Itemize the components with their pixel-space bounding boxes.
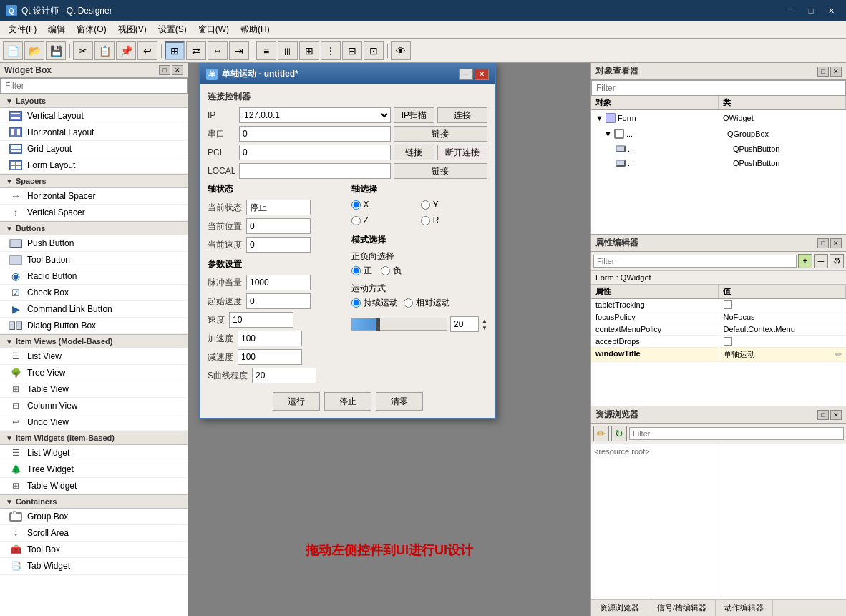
axis-x-radio[interactable]	[351, 200, 361, 210]
widget-item-scroll-area[interactable]: ↕ Scroll Area	[0, 525, 188, 542]
widget-item-check-box[interactable]: ☑ Check Box	[0, 285, 188, 301]
resource-reload-btn[interactable]: ↻	[611, 426, 627, 441]
menu-help[interactable]: 帮助(H)	[235, 22, 276, 37]
start-speed-input[interactable]	[246, 293, 311, 309]
widget-item-column-view[interactable]: ⊟ Column View	[0, 398, 188, 414]
relative-radio[interactable]	[404, 298, 413, 308]
widget-box-close-btn[interactable]: ✕	[172, 65, 183, 75]
widget-item-horizontal-layout[interactable]: Horizontal Layout	[0, 124, 188, 141]
distance-input[interactable]	[450, 316, 479, 332]
preview-button[interactable]: 👁	[391, 41, 411, 60]
prop-minus-btn[interactable]: ─	[814, 254, 828, 268]
menu-window-form[interactable]: 窗体(O)	[71, 22, 112, 37]
prop-row-tablet-tracking[interactable]: tabletTracking	[591, 299, 846, 311]
current-pos-input[interactable]	[246, 218, 311, 234]
prop-config-btn[interactable]: ⚙	[830, 254, 844, 268]
neg-dir-radio[interactable]	[381, 266, 390, 275]
section-item-views[interactable]: ▼ Item Views (Model-Based)	[0, 334, 188, 348]
signal-slot-button[interactable]: ⇄	[186, 41, 206, 60]
layout-form-button[interactable]: ⋮	[321, 41, 341, 60]
layout-vert-button[interactable]: ⫼	[278, 41, 298, 60]
prop-row-window-title[interactable]: windowTitle 单轴运动 ✏	[591, 348, 846, 362]
obj-row-pushbutton1[interactable]: ... QPushButton	[591, 142, 846, 156]
menu-settings[interactable]: 设置(S)	[152, 22, 193, 37]
open-button[interactable]: 📂	[24, 41, 44, 60]
prop-filter-input[interactable]	[593, 255, 797, 268]
resource-browser-float-btn[interactable]: □	[817, 410, 829, 420]
maximize-button[interactable]: □	[802, 4, 820, 18]
widget-edit-button[interactable]: ⊞	[165, 41, 185, 60]
new-button[interactable]: 📄	[3, 41, 23, 60]
continuous-radio[interactable]	[351, 298, 361, 308]
close-button[interactable]: ✕	[822, 4, 840, 18]
tablet-tracking-checkbox[interactable]	[724, 300, 732, 309]
widget-item-form-layout[interactable]: Form Layout	[0, 157, 188, 174]
slider-thumb[interactable]	[376, 318, 380, 331]
obj-row-pushbutton2[interactable]: ... QPushButton	[591, 156, 846, 170]
undo-button[interactable]: ↩	[137, 41, 157, 60]
stop-btn[interactable]: 停止	[324, 392, 371, 411]
axis-r-radio[interactable]	[421, 216, 430, 225]
widget-item-vertical-layout[interactable]: Vertical Layout	[0, 108, 188, 124]
scurve-input[interactable]	[252, 368, 316, 383]
widget-item-list-widget[interactable]: ☰ List Widget	[0, 445, 188, 461]
resource-tab-actions[interactable]: 动作编辑器	[716, 600, 773, 616]
prop-row-context-menu[interactable]: contextMenuPolicy DefaultContextMenu	[591, 323, 846, 336]
menu-edit[interactable]: 编辑	[42, 22, 71, 37]
widget-item-undo-view[interactable]: ↩ Undo View	[0, 414, 188, 431]
current-speed-input[interactable]	[246, 237, 311, 253]
buddies-button[interactable]: ↔	[208, 41, 228, 60]
dialog-close-btn[interactable]: ✕	[475, 69, 489, 80]
widget-item-grid-layout[interactable]: Grid Layout	[0, 141, 188, 157]
section-spacers[interactable]: ▼ Spacers	[0, 174, 188, 188]
resource-filter-input[interactable]	[629, 427, 844, 440]
obj-row-form[interactable]: ▼ Form QWidget	[591, 110, 846, 126]
widget-item-tool-box[interactable]: 🧰 Tool Box	[0, 542, 188, 558]
accept-drops-checkbox[interactable]	[724, 337, 732, 346]
widget-item-dialog-btn-box[interactable]: Dialog Button Box	[0, 318, 188, 334]
section-item-widgets[interactable]: ▼ Item Widgets (Item-Based)	[0, 431, 188, 445]
pulse-input[interactable]	[246, 275, 311, 290]
obj-inspector-close-btn[interactable]: ✕	[830, 67, 842, 77]
widget-item-table-widget[interactable]: ⊞ Table Widget	[0, 478, 188, 494]
widget-item-vert-spacer[interactable]: ↕ Vertical Spacer	[0, 205, 188, 221]
tab-order-button[interactable]: ⇥	[229, 41, 249, 60]
obj-inspector-filter[interactable]	[591, 80, 846, 96]
cut-button[interactable]: ✂	[73, 41, 93, 60]
section-buttons[interactable]: ▼ Buttons	[0, 221, 188, 235]
canvas-area[interactable]: 单 单轴运动 - untitled* ─ ✕ 连接控制器 IP 127.0.0.…	[188, 63, 590, 616]
layout-grid-button[interactable]: ⊞	[299, 41, 319, 60]
copy-button[interactable]: 📋	[94, 41, 115, 60]
axis-z-radio[interactable]	[351, 216, 361, 225]
pos-dir-radio[interactable]	[351, 266, 361, 275]
menu-window[interactable]: 窗口(W)	[193, 22, 235, 37]
resource-browser-close-btn[interactable]: ✕	[830, 410, 842, 420]
axis-y-radio[interactable]	[421, 200, 430, 210]
run-btn[interactable]: 运行	[273, 392, 320, 411]
widget-item-horiz-spacer[interactable]: ↔ Horizontal Spacer	[0, 188, 188, 205]
slider-down-arrow[interactable]: ▼	[482, 325, 487, 331]
widget-box-filter[interactable]	[0, 78, 188, 94]
port-input[interactable]	[239, 126, 391, 142]
resource-tab-signals[interactable]: 信号/槽编辑器	[648, 600, 716, 616]
ip-select[interactable]: 127.0.0.1	[239, 107, 391, 123]
widget-item-list-view[interactable]: ☰ List View	[0, 348, 188, 365]
layout-horiz-button[interactable]: ≡	[256, 41, 276, 60]
pci-disconnect-btn[interactable]: 断开连接	[437, 145, 487, 160]
connect-btn[interactable]: 连接	[437, 107, 487, 123]
pci-input[interactable]	[239, 145, 391, 160]
speed-input[interactable]	[229, 312, 293, 328]
prop-row-focus-policy[interactable]: focusPolicy NoFocus	[591, 311, 846, 323]
save-button[interactable]: 💾	[46, 41, 66, 60]
widget-item-tree-view[interactable]: 🌳 Tree View	[0, 365, 188, 381]
prop-row-accept-drops[interactable]: acceptDrops	[591, 336, 846, 348]
paste-button[interactable]: 📌	[116, 41, 136, 60]
widget-item-tool-button[interactable]: Tool Button	[0, 252, 188, 268]
menu-file[interactable]: 文件(F)	[3, 22, 42, 37]
layout-break-button[interactable]: ⊟	[342, 41, 362, 60]
menu-view[interactable]: 视图(V)	[112, 22, 152, 37]
layout-adjust-button[interactable]: ⊡	[364, 41, 384, 60]
widget-item-tree-widget[interactable]: 🌲 Tree Widget	[0, 461, 188, 478]
local-link-btn[interactable]: 链接	[394, 163, 487, 179]
clear-btn[interactable]: 清零	[376, 392, 423, 411]
